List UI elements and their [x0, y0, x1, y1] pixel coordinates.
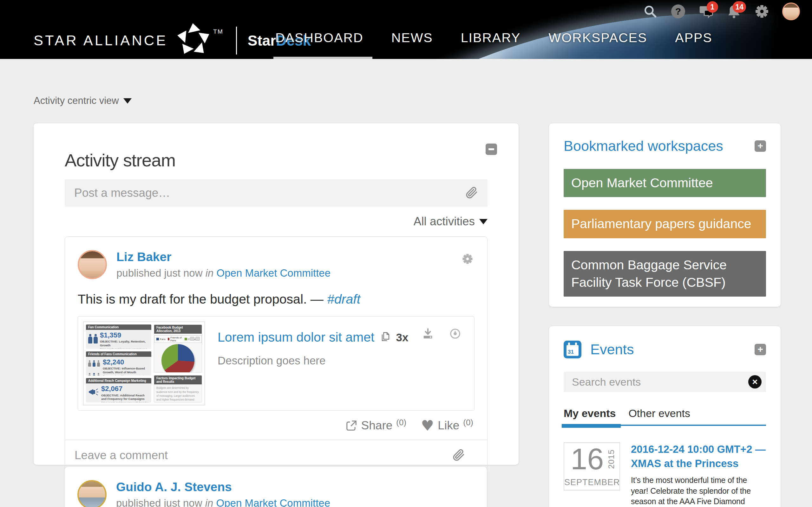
legend-swatch-campaign: [185, 338, 187, 340]
clear-search-icon[interactable]: ×: [748, 375, 762, 389]
nav-dashboard[interactable]: DASHBOARD: [275, 31, 363, 45]
people-cluster-icon: [88, 358, 101, 376]
nav-news[interactable]: NEWS: [392, 31, 433, 45]
post-message: This is my draft for the budget proposal…: [78, 292, 474, 307]
calendar-icon: 31: [564, 341, 581, 358]
paperclip-icon[interactable]: [465, 185, 478, 201]
post-meta: published just now in Open Market Commit…: [116, 267, 331, 279]
star-alliance-emblem-icon: [176, 22, 211, 59]
people-icon: [88, 331, 98, 349]
event-description: It’s the most wonderful time of the year…: [631, 475, 766, 507]
preview-card-fan: Fan Communication $1,359 OBJECTIVE: Loya…: [86, 325, 151, 349]
post-guido: Guido A. J. Stevens published just now i…: [65, 467, 487, 507]
hashtag-link[interactable]: #draft: [327, 292, 360, 306]
avatar-guido[interactable]: [78, 480, 107, 507]
events-card: 31 Events × My events Other events 16 20…: [549, 326, 780, 507]
brand: STAR ALLIANCE TM StarDesk: [34, 22, 311, 59]
search-icon[interactable]: [643, 4, 658, 19]
workspace-tile-open-market[interactable]: Open Market Committee: [564, 169, 766, 197]
chevron-down-icon: [479, 219, 488, 224]
post-author-link[interactable]: Liz Baker: [116, 250, 171, 264]
download-icon[interactable]: [421, 327, 434, 341]
settings-gear-icon[interactable]: [754, 4, 769, 19]
main-nav: DASHBOARD NEWS LIBRARY WORKSPACES APPS: [275, 31, 712, 45]
tab-other-events[interactable]: Other events: [628, 407, 690, 419]
bookmarked-workspaces-card: Bookmarked workspaces Open Market Commit…: [549, 123, 780, 307]
bookmarked-workspaces-title: Bookmarked workspaces: [564, 138, 723, 154]
activity-stream-title: Activity stream: [65, 150, 488, 170]
post-options-gear-icon[interactable]: [462, 253, 473, 266]
view-switcher[interactable]: Activity centric view: [34, 95, 132, 107]
avatar-liz[interactable]: [78, 250, 107, 279]
preview-card-friends: Friends of Fans Communication $2,240 OBJ…: [86, 351, 151, 376]
user-avatar[interactable]: [782, 3, 800, 20]
like-button[interactable]: ♥ Like (0): [421, 419, 473, 432]
events-search-input[interactable]: [564, 376, 748, 388]
workspace-tile-parliamentary[interactable]: Parliamentary papers guidance: [564, 210, 766, 238]
help-icon[interactable]: ?: [670, 4, 686, 19]
comment-input[interactable]: [65, 449, 452, 462]
event-item: 16 2015 SEPTEMBER 2016-12-24 10:00 GMT+2…: [564, 442, 766, 507]
events-search-box: ×: [564, 372, 766, 392]
preview-pie-chart: [161, 344, 194, 373]
share-count: (0): [396, 418, 406, 428]
post-author-link[interactable]: Guido A. J. Stevens: [116, 480, 232, 494]
workspace-tile-cbsf[interactable]: Common Baggage Service Facility Task For…: [564, 251, 766, 297]
attachment-card: Fan Communication $1,359 OBJECTIVE: Loya…: [78, 316, 474, 411]
post-message-input[interactable]: [65, 186, 465, 200]
minus-icon: [489, 148, 494, 150]
add-workspace-button[interactable]: [755, 140, 766, 152]
attachment-title-link[interactable]: Lorem ipsum dolor sit amet: [217, 330, 374, 345]
workspace-link[interactable]: Open Market Committee: [216, 497, 330, 507]
notifications-icon[interactable]: 14: [726, 4, 742, 19]
collapse-button[interactable]: [486, 144, 497, 155]
nav-apps[interactable]: APPS: [675, 31, 712, 45]
activities-filter[interactable]: All activities: [414, 215, 488, 228]
add-event-button[interactable]: [755, 344, 766, 355]
attachment-description: Description goes here: [217, 354, 408, 367]
attachment-preview-thumbnail[interactable]: Fan Communication $1,359 OBJECTIVE: Loya…: [83, 322, 205, 405]
post-liz: Liz Baker published just now in Open Mar…: [65, 236, 488, 470]
tab-my-events[interactable]: My events: [564, 407, 616, 419]
preview-factors-card: Factors Impacting Budget and Results Bud…: [154, 375, 202, 402]
preview-card-reach: Additional Reach Campaign Marketing $2,0…: [86, 378, 151, 402]
activity-stream-card: Activity stream All activities Liz Baker: [34, 123, 519, 465]
legend-swatch-friends: [168, 338, 169, 340]
like-count: (0): [463, 418, 473, 428]
messages-badge: 1: [707, 1, 718, 13]
paperclip-icon[interactable]: [452, 448, 466, 463]
utility-bar: ? 1 14: [643, 3, 800, 20]
print-save-icons: [190, 337, 200, 341]
comment-box: [65, 440, 487, 470]
stardesk-app: ? 1 14 STAR ALLIANCE: [0, 0, 812, 507]
megaphone-icon: [88, 385, 99, 402]
company-logo-text: STAR ALLIANCE: [34, 32, 167, 49]
events-tabs: My events Other events: [564, 407, 766, 426]
header: ? 1 14 STAR ALLIANCE: [0, 0, 812, 59]
copies-icon: [379, 331, 391, 344]
notifications-badge: 14: [733, 1, 746, 13]
event-title-link[interactable]: 2016-12-24 10:00 GMT+2 — XMAS at the Pri…: [631, 442, 766, 470]
event-date-box: 16 2015 SEPTEMBER: [564, 442, 620, 491]
nav-library[interactable]: LIBRARY: [461, 31, 521, 45]
preview-pie-card: Facebook Budget Allocation, 2013 Fans Fr…: [154, 325, 202, 373]
post-message-box: [65, 179, 488, 207]
events-title: Events: [590, 341, 746, 358]
legend-swatch-fans: [156, 338, 159, 340]
post-meta: published just now in Open Market Commit…: [116, 497, 330, 507]
chevron-down-icon: [123, 98, 132, 104]
trademark: TM: [213, 28, 223, 35]
preview-eye-icon[interactable]: [449, 327, 461, 341]
nav-workspaces[interactable]: WORKSPACES: [548, 31, 647, 45]
share-button[interactable]: Share (0): [345, 419, 407, 432]
copies-count: 3x: [396, 331, 408, 344]
messages-icon[interactable]: 1: [699, 4, 714, 19]
brand-divider: [236, 26, 237, 55]
workspace-link[interactable]: Open Market Committee: [217, 267, 331, 279]
